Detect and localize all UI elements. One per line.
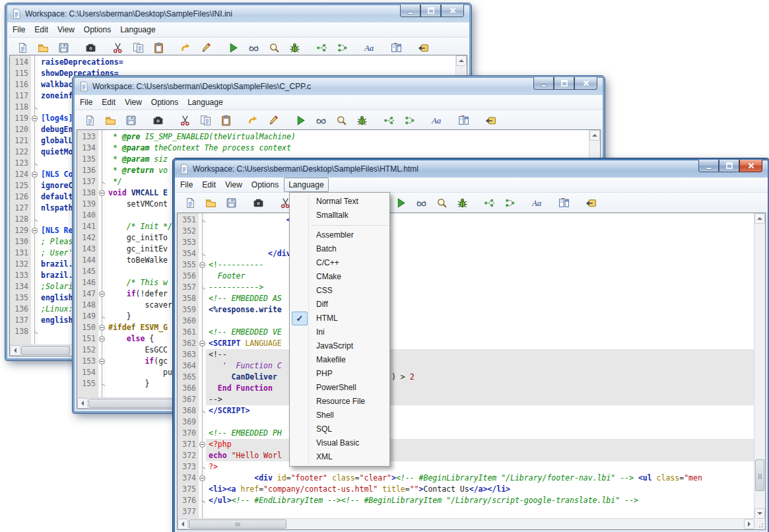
language-option-smalltalk[interactable]: Smalltalk (290, 209, 389, 222)
menu-view[interactable]: View (221, 178, 246, 191)
language-option-assembler[interactable]: Assembler (290, 228, 389, 242)
capture-camera-icon[interactable] (85, 42, 96, 53)
scroll-up-button[interactable] (754, 213, 765, 224)
fold-collapse-icon[interactable] (31, 169, 38, 180)
search-magnifier-icon[interactable] (436, 197, 448, 209)
paste-clipboard-icon[interactable] (220, 115, 232, 126)
language-option-php[interactable]: PHP (290, 367, 389, 381)
menu-language[interactable]: Language (184, 96, 226, 109)
scroll-left-button[interactable] (77, 398, 88, 409)
vscroll-thumb[interactable] (755, 459, 764, 491)
titlebar[interactable]: Workspace: C:\Users\sberman\Desktop\Samp… (75, 78, 603, 95)
language-option-sql[interactable]: SQL (290, 422, 389, 436)
new-file-icon[interactable] (185, 197, 196, 209)
fold-collapse-icon[interactable] (31, 113, 38, 124)
menu-edit[interactable]: Edit (30, 23, 52, 36)
open-folder-icon[interactable] (205, 197, 217, 209)
undo-arrow-icon[interactable] (248, 115, 259, 126)
format-pen-icon[interactable] (201, 42, 212, 53)
preview-glasses-icon[interactable] (248, 42, 259, 53)
debug-bug-icon[interactable] (289, 42, 300, 53)
maximize-button[interactable] (420, 5, 441, 17)
fold-collapse-icon[interactable] (199, 259, 206, 271)
language-option-resource-file[interactable]: Resource File (290, 395, 389, 409)
fold-collapse-icon[interactable] (199, 338, 206, 349)
split-view-icon[interactable] (391, 42, 402, 53)
open-folder-icon[interactable] (38, 42, 49, 53)
exit-workspace-icon[interactable] (418, 42, 429, 53)
horizontal-scrollbar[interactable] (178, 518, 754, 529)
cut-scissors-icon[interactable] (180, 115, 191, 126)
close-button[interactable] (739, 160, 762, 172)
split-view-icon[interactable] (558, 197, 570, 209)
language-option-c-c-[interactable]: C/C++ (290, 256, 389, 270)
search-magnifier-icon[interactable] (269, 42, 280, 53)
menu-view[interactable]: View (53, 23, 79, 36)
minimize-button[interactable] (533, 77, 554, 90)
language-option-shell[interactable]: Shell (290, 409, 389, 422)
expand-nodes-icon[interactable] (316, 42, 327, 53)
fold-collapse-icon[interactable] (98, 322, 106, 333)
exit-workspace-icon[interactable] (585, 197, 597, 209)
menu-view[interactable]: View (121, 96, 146, 109)
language-option-batch[interactable]: Batch (290, 242, 389, 256)
save-file-icon[interactable] (125, 115, 137, 126)
copy-pages-icon[interactable] (200, 115, 211, 126)
debug-bug-icon[interactable] (457, 197, 468, 209)
scroll-up-button[interactable] (456, 55, 467, 66)
language-option-css[interactable]: CSS (290, 284, 389, 298)
font-style-icon[interactable]: Aa (364, 42, 375, 53)
save-file-icon[interactable] (226, 197, 237, 209)
search-magnifier-icon[interactable] (336, 115, 347, 126)
scroll-down-button[interactable] (754, 508, 765, 519)
undo-arrow-icon[interactable] (180, 42, 191, 53)
menu-language[interactable]: Language (284, 178, 328, 192)
language-option-normal-text[interactable]: Normal Text (290, 195, 389, 209)
language-option-html[interactable]: HTML✓ (290, 312, 389, 325)
fold-collapse-icon[interactable] (31, 225, 38, 236)
run-play-icon[interactable] (395, 197, 407, 209)
language-option-diff[interactable]: Diff (290, 298, 389, 312)
preview-glasses-icon[interactable] (316, 115, 327, 126)
language-option-cmake[interactable]: CMake (290, 270, 389, 284)
hscroll-thumb[interactable] (21, 346, 70, 355)
open-folder-icon[interactable] (105, 115, 116, 126)
scroll-left-button[interactable] (10, 345, 20, 356)
editor[interactable]: 351 </352353354 </div>355<!----------356… (177, 213, 766, 530)
scroll-right-button[interactable] (744, 519, 754, 529)
fold-collapse-icon[interactable] (98, 333, 106, 345)
save-file-icon[interactable] (58, 42, 69, 53)
close-button[interactable] (574, 77, 597, 90)
expand-nodes-icon[interactable] (484, 197, 495, 209)
menu-options[interactable]: Options (80, 23, 115, 36)
maximize-button[interactable] (554, 77, 574, 90)
titlebar[interactable]: Workspace: C:\Users\sberman\Desktop\Samp… (175, 160, 768, 178)
capture-camera-icon[interactable] (253, 197, 264, 209)
menu-options[interactable]: Options (248, 178, 283, 191)
run-play-icon[interactable] (295, 115, 306, 126)
language-option-powershell[interactable]: PowerShell (290, 381, 389, 395)
reorder-nodes-icon[interactable] (337, 42, 348, 53)
menu-file[interactable]: File (76, 96, 96, 109)
paste-clipboard-icon[interactable] (153, 42, 164, 53)
vertical-scrollbar[interactable] (754, 213, 765, 519)
split-view-icon[interactable] (458, 115, 469, 126)
menu-edit[interactable]: Edit (98, 96, 119, 109)
menu-options[interactable]: Options (147, 96, 182, 109)
language-option-javascript[interactable]: JavaScript (290, 339, 389, 353)
new-file-icon[interactable] (84, 115, 96, 126)
menu-edit[interactable]: Edit (198, 178, 220, 191)
scroll-up-button[interactable] (589, 130, 600, 141)
scroll-left-button[interactable] (178, 519, 188, 529)
reorder-nodes-icon[interactable] (404, 115, 415, 126)
copy-pages-icon[interactable] (133, 42, 144, 53)
new-file-icon[interactable] (17, 42, 28, 53)
fold-collapse-icon[interactable] (98, 187, 106, 199)
menu-file[interactable]: File (176, 178, 197, 191)
hscroll-thumb[interactable] (189, 519, 286, 529)
minimize-button[interactable] (400, 5, 420, 17)
expand-nodes-icon[interactable] (384, 115, 395, 126)
font-style-icon[interactable]: Aa (531, 197, 543, 209)
preview-glasses-icon[interactable] (416, 197, 427, 209)
cut-scissors-icon[interactable] (112, 42, 123, 53)
